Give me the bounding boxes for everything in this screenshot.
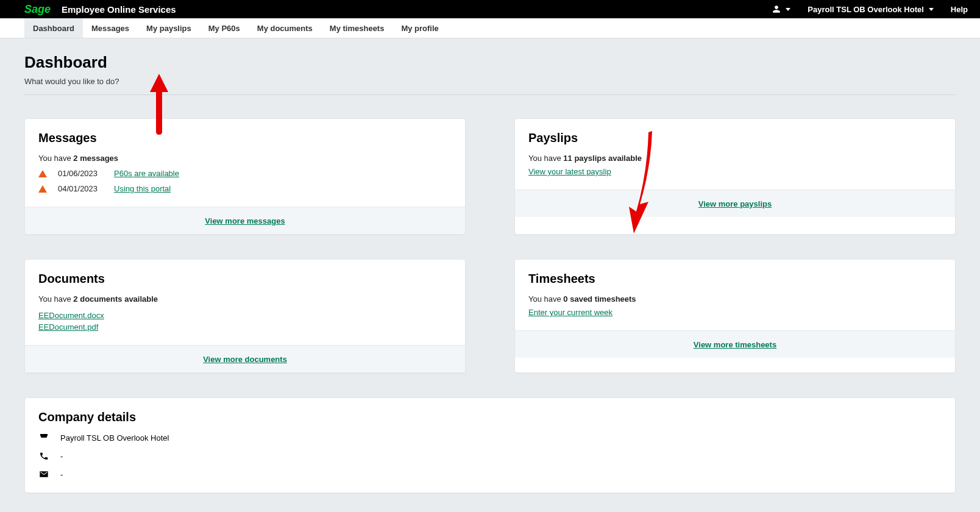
help-link[interactable]: Help <box>951 5 968 14</box>
messages-card: Messages You have 2 messages 01/06/2023 … <box>24 118 466 235</box>
store-icon <box>38 433 49 443</box>
tab-timesheets[interactable]: My timesheets <box>321 18 393 38</box>
company-name: Payroll TSL OB Overlook Hotel <box>60 433 169 443</box>
page-content: Dashboard What would you like to do? Mes… <box>0 38 980 512</box>
messages-title: Messages <box>38 131 452 145</box>
tab-documents[interactable]: My documents <box>249 18 321 38</box>
brand-logo: Sage <box>24 3 51 16</box>
tab-profile[interactable]: My profile <box>392 18 447 38</box>
page-subtitle: What would you like to do? <box>24 77 956 86</box>
company-email-row: - <box>38 469 942 479</box>
divider <box>24 94 956 95</box>
payslips-count-line: You have 11 payslips available <box>528 154 942 163</box>
company-dropdown[interactable]: Payroll TSL OB Overlook Hotel <box>808 5 933 14</box>
timesheets-count-line: You have 0 saved timesheets <box>528 294 942 304</box>
message-row: 04/01/2023 Using this portal <box>38 184 452 193</box>
mail-icon <box>38 469 49 479</box>
caret-down-icon <box>786 8 790 11</box>
user-menu[interactable] <box>772 5 790 13</box>
documents-card: Documents You have 2 documents available… <box>24 259 466 373</box>
message-date: 04/01/2023 <box>58 184 103 193</box>
warning-icon <box>38 185 47 193</box>
company-email: - <box>60 470 63 479</box>
document-link[interactable]: EEDocument.docx <box>38 311 452 320</box>
documents-count-line: You have 2 documents available <box>38 294 452 304</box>
company-label: Payroll TSL OB Overlook Hotel <box>808 5 923 14</box>
message-link[interactable]: P60s are available <box>114 169 179 178</box>
enter-week-link[interactable]: Enter your current week <box>528 308 612 317</box>
message-row: 01/06/2023 P60s are available <box>38 169 452 178</box>
page-title: Dashboard <box>24 53 956 72</box>
view-more-timesheets-link[interactable]: View more timesheets <box>694 340 776 349</box>
view-more-payslips-link[interactable]: View more payslips <box>698 199 772 208</box>
tab-p60s[interactable]: My P60s <box>200 18 249 38</box>
caret-down-icon <box>929 8 934 11</box>
payslips-title: Payslips <box>528 131 942 145</box>
view-more-messages-link[interactable]: View more messages <box>205 216 285 226</box>
tab-dashboard[interactable]: Dashboard <box>24 18 83 38</box>
phone-icon <box>38 451 49 461</box>
user-icon <box>772 5 781 13</box>
company-details-title: Company details <box>38 410 942 424</box>
message-link[interactable]: Using this portal <box>114 184 171 193</box>
tab-bar: Dashboard Messages My payslips My P60s M… <box>0 18 980 38</box>
messages-count-line: You have 2 messages <box>38 154 452 163</box>
payslips-card: Payslips You have 11 payslips available … <box>514 118 956 235</box>
company-phone: - <box>60 452 63 461</box>
documents-title: Documents <box>38 272 452 286</box>
topbar: Sage Employee Online Services Payroll TS… <box>0 0 980 18</box>
company-name-row: Payroll TSL OB Overlook Hotel <box>38 433 942 443</box>
company-details-card: Company details Payroll TSL OB Overlook … <box>24 397 956 493</box>
latest-payslip-link[interactable]: View your latest payslip <box>528 167 611 176</box>
document-link[interactable]: EEDocument.pdf <box>38 322 452 332</box>
view-more-documents-link[interactable]: View more documents <box>203 355 287 364</box>
app-title: Employee Online Services <box>62 4 176 15</box>
message-date: 01/06/2023 <box>58 169 103 178</box>
company-phone-row: - <box>38 451 942 461</box>
timesheets-card: Timesheets You have 0 saved timesheets E… <box>514 259 956 373</box>
tab-payslips[interactable]: My payslips <box>138 18 200 38</box>
timesheets-title: Timesheets <box>528 272 942 286</box>
warning-icon <box>38 170 47 177</box>
tab-messages[interactable]: Messages <box>83 18 138 38</box>
